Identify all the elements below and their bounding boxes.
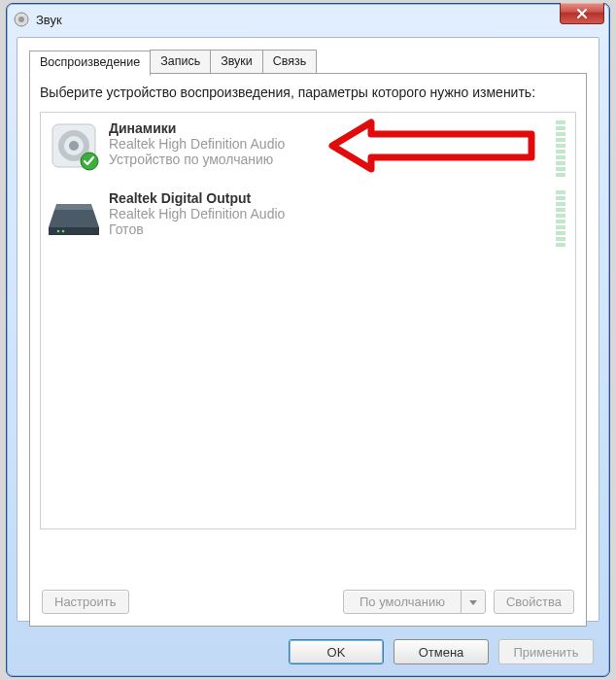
properties-button[interactable]: Свойства xyxy=(494,590,574,614)
tab-label: Звуки xyxy=(221,54,253,68)
ok-button[interactable]: OK xyxy=(289,639,384,664)
button-label: По умолчанию xyxy=(344,591,462,613)
svg-point-10 xyxy=(57,230,60,233)
button-label: Свойства xyxy=(506,595,562,609)
svg-marker-8 xyxy=(54,204,93,210)
device-item-digital-output[interactable]: Realtek Digital Output Realtek High Defi… xyxy=(41,183,575,253)
device-name: Динамики xyxy=(109,120,569,136)
titlebar[interactable]: Звук xyxy=(7,4,609,35)
svg-marker-7 xyxy=(49,210,99,227)
tab-communications[interactable]: Связь xyxy=(262,50,318,75)
sound-dialog: Звук Воспроизведение Запись Звуки Связь … xyxy=(6,3,610,677)
tab-recording[interactable]: Запись xyxy=(150,50,211,75)
apply-button[interactable]: Применить xyxy=(498,639,594,664)
svg-point-5 xyxy=(69,141,79,151)
instruction-text: Выберите устройство воспроизведения, пар… xyxy=(40,84,576,102)
device-name: Realtek Digital Output xyxy=(109,190,569,206)
window-title: Звук xyxy=(36,13,62,27)
device-status: Устройство по умолчанию xyxy=(109,152,569,167)
device-list[interactable]: Динамики Realtek High Definition Audio У… xyxy=(40,112,576,529)
tab-bar: Воспроизведение Запись Звуки Связь xyxy=(29,50,587,75)
device-driver: Realtek High Definition Audio xyxy=(109,206,569,221)
svg-rect-9 xyxy=(49,227,99,235)
digital-output-icon xyxy=(47,188,101,243)
tab-sounds[interactable]: Звуки xyxy=(210,50,263,75)
device-texts: Динамики Realtek High Definition Audio У… xyxy=(109,119,569,167)
level-meter xyxy=(556,120,565,179)
dialog-body: Воспроизведение Запись Звуки Связь Выбер… xyxy=(17,37,599,622)
close-button[interactable] xyxy=(560,3,604,24)
tab-content: Выберите устройство воспроизведения, пар… xyxy=(29,73,587,627)
lower-button-row: Настроить По умолчанию Свойства xyxy=(42,590,574,614)
tab-label: Воспроизведение xyxy=(40,55,140,69)
configure-button[interactable]: Настроить xyxy=(42,590,129,614)
button-label: Настроить xyxy=(54,595,117,609)
button-label: Отмена xyxy=(419,645,464,660)
device-texts: Realtek Digital Output Realtek High Defi… xyxy=(109,188,569,237)
device-item-speakers[interactable]: Динамики Realtek High Definition Audio У… xyxy=(41,113,575,183)
chevron-down-icon[interactable] xyxy=(462,591,485,613)
svg-point-11 xyxy=(62,230,65,233)
tab-playback[interactable]: Воспроизведение xyxy=(29,51,151,76)
tab-label: Связь xyxy=(273,54,307,68)
button-label: OK xyxy=(327,645,346,660)
tab-label: Запись xyxy=(160,54,200,68)
close-icon xyxy=(576,8,588,19)
device-driver: Realtek High Definition Audio xyxy=(109,136,569,152)
button-label: Применить xyxy=(513,645,578,660)
speaker-icon xyxy=(47,119,101,173)
device-status: Готов xyxy=(109,221,569,237)
set-default-button[interactable]: По умолчанию xyxy=(343,590,486,614)
sound-icon xyxy=(13,11,30,28)
svg-point-1 xyxy=(18,17,24,22)
dialog-button-row: OK Отмена Применить xyxy=(289,639,594,664)
cancel-button[interactable]: Отмена xyxy=(394,639,489,664)
level-meter xyxy=(556,190,565,249)
